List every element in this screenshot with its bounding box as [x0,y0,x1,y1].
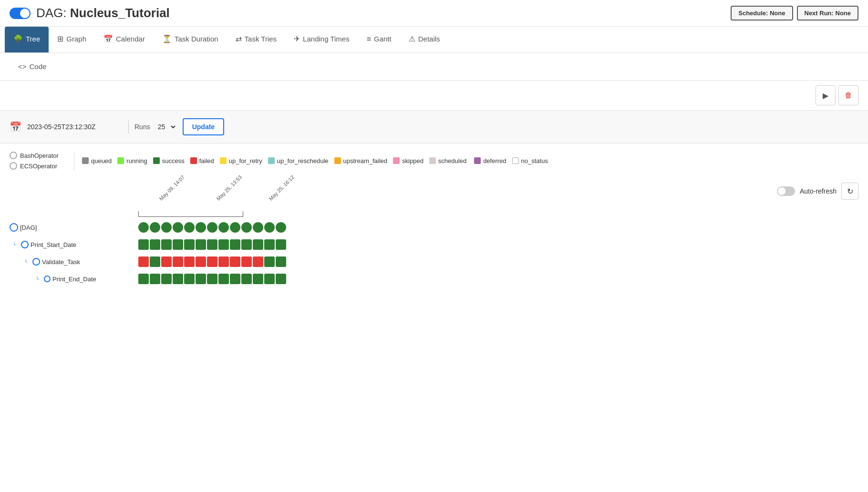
ps-sq-10[interactable] [241,239,252,250]
tab-task-tries[interactable]: ⇄ Task Tries [227,27,286,52]
ps-sq-7[interactable] [207,239,217,250]
running-label: running [126,157,147,164]
dag-sq-13[interactable] [276,222,286,233]
filter-separator [128,120,129,134]
dag-sq-7[interactable] [207,222,217,233]
date-input[interactable] [27,123,123,131]
gantt-icon: ≡ [367,35,371,43]
vt-sq-3[interactable] [161,256,172,267]
ps-sq-13[interactable] [276,239,286,250]
ps-sq-5[interactable] [184,239,195,250]
reschedule-dot [268,157,275,164]
pe-sq-3[interactable] [161,274,172,284]
tree-section: Auto-refresh ↻ May 09, 14:07 May 25, 13:… [10,178,858,287]
pe-sq-2[interactable] [150,274,160,284]
vt-sq-7[interactable] [207,256,217,267]
pe-sq-1[interactable] [138,274,149,284]
deferred-label: deferred [483,157,506,164]
dag-squares [138,222,286,233]
ps-sq-12[interactable] [264,239,275,250]
ps-sq-1[interactable] [138,239,149,250]
pe-sq-12[interactable] [264,274,275,284]
tab-details[interactable]: ⚠ Details [400,27,449,52]
ps-sq-2[interactable] [150,239,160,250]
legend-up-for-retry: up_for_retry [220,157,262,164]
dag-sq-9[interactable] [230,222,240,233]
operator-bash: BashOperator [10,152,59,159]
pe-sq-13[interactable] [276,274,286,284]
dag-sq-3[interactable] [161,222,172,233]
delete-dag-button[interactable]: 🗑 [838,85,858,105]
pe-sq-7[interactable] [207,274,217,284]
dag-sq-8[interactable] [218,222,229,233]
pe-sq-10[interactable] [241,274,252,284]
bracket-container [138,211,243,217]
ps-sq-11[interactable] [253,239,263,250]
vt-sq-5[interactable] [184,256,195,267]
pe-sq-8[interactable] [218,274,229,284]
dag-sq-4[interactable] [173,222,183,233]
vt-sq-4[interactable] [173,256,183,267]
print-end-squares [138,274,286,284]
tab-graph[interactable]: ⊞ Graph [49,27,95,52]
operator-ecs: ECSOperator [10,162,59,170]
pe-sq-6[interactable] [196,274,206,284]
dag-sq-11[interactable] [253,222,263,233]
header-right: Schedule: None Next Run: None [731,6,858,20]
tab-calendar[interactable]: 📅 Calendar [95,27,154,52]
dag-sq-2[interactable] [150,222,160,233]
dag-sq-6[interactable] [196,222,206,233]
dag-sq-12[interactable] [264,222,275,233]
trigger-dag-button[interactable]: ▶ [816,85,836,105]
tab-task-duration[interactable]: ⏳ Task Duration [154,27,227,52]
tab-landing-times[interactable]: ✈ Landing Times [285,27,358,52]
tab-details-label: Details [418,35,440,43]
pe-sq-5[interactable] [184,274,195,284]
queued-dot [82,157,89,164]
code-tab-row: <> Code [0,53,868,81]
vt-sq-6[interactable] [196,256,206,267]
tab-tree[interactable]: 🌳 Tree [5,27,49,52]
upstream-failed-label: upstream_failed [343,157,388,164]
pe-sq-11[interactable] [253,274,263,284]
retry-dot [220,157,227,164]
pe-sq-4[interactable] [173,274,183,284]
validate-task-node: └ Validate_Task [10,258,138,266]
legend-no-status: no_status [512,157,548,164]
vt-sq-11[interactable] [253,256,263,267]
ps-sq-3[interactable] [161,239,172,250]
dag-row: [DAG] [10,220,858,235]
queued-label: queued [91,157,112,164]
dag-label-text: [DAG] [20,224,37,231]
ps-sq-6[interactable] [196,239,206,250]
tab-code[interactable]: <> Code [10,57,858,76]
tab-gantt[interactable]: ≡ Gantt [358,27,400,52]
legend-success: success [153,157,185,164]
runs-select[interactable]: 10 25 50 100 [156,123,177,131]
vt-sq-13[interactable] [276,256,286,267]
reschedule-label: up_for_reschedule [277,157,329,164]
skipped-label: skipped [402,157,424,164]
vt-sq-9[interactable] [230,256,240,267]
ps-sq-9[interactable] [230,239,240,250]
print-end-label: Print_End_Date [52,276,96,283]
header: DAG: Nucleus_Tutorial Schedule: None Nex… [0,0,868,27]
ps-sq-4[interactable] [173,239,183,250]
skipped-dot [393,157,400,164]
header-left: DAG: Nucleus_Tutorial [10,6,170,20]
dag-sq-1[interactable] [138,222,149,233]
pe-sq-9[interactable] [230,274,240,284]
vt-sq-12[interactable] [264,256,275,267]
update-button[interactable]: Update [183,118,224,135]
vt-sq-10[interactable] [241,256,252,267]
filter-bar: 📅 Runs 10 25 50 100 Update [0,110,868,144]
vt-sq-2[interactable] [150,256,160,267]
landing-icon: ✈ [294,34,300,43]
dag-sq-10[interactable] [241,222,252,233]
vt-sq-8[interactable] [218,256,229,267]
dag-sq-5[interactable] [184,222,195,233]
vt-sq-1[interactable] [138,256,149,267]
dag-toggle[interactable] [10,8,31,19]
ps-sq-8[interactable] [218,239,229,250]
bracket-top [138,211,243,217]
